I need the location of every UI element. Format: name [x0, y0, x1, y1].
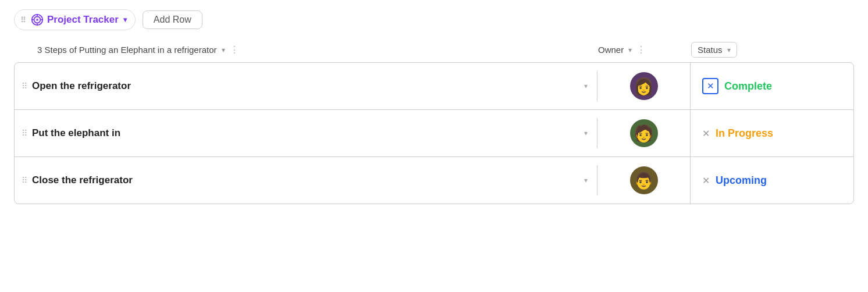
avatar-2: 🧑	[630, 119, 658, 147]
table-row: ⠿ Open the refrigerator ▾ 👩 ✕ Complete	[15, 63, 853, 110]
header-bar: ⠿ Project Tracker ▾ Add Row	[14, 9, 854, 30]
status-clear-icon-3[interactable]: ✕	[702, 175, 710, 186]
status-header-chevron-icon: ▾	[727, 46, 731, 54]
table-row: ⠿ Close the refrigerator ▾ 👨 ✕ Upcoming	[15, 157, 853, 204]
status-cell-3: ✕ Upcoming	[691, 165, 853, 196]
avatar-3: 👨	[630, 166, 658, 194]
task-column-header[interactable]: 3 Steps of Putting an Elephant in a refr…	[14, 44, 598, 55]
task-header-chevron-icon: ▾	[222, 46, 225, 54]
owner-header-dots-icon: ⋮	[636, 44, 646, 55]
tracker-icon	[31, 13, 44, 26]
owner-header-label: Owner	[598, 45, 624, 55]
task-name-2: Put the elephant in	[32, 127, 579, 139]
task-row-chevron-icon-2[interactable]: ▾	[584, 129, 588, 137]
task-row-chevron-icon-1[interactable]: ▾	[584, 82, 588, 90]
owner-cell-2: 🧑	[597, 110, 691, 156]
status-header-label: Status	[698, 45, 723, 55]
row-drag-handle-icon-2[interactable]: ⠿	[22, 129, 27, 138]
status-label-1: Complete	[724, 80, 772, 92]
task-row-chevron-icon-3[interactable]: ▾	[584, 176, 588, 184]
status-cell-2: ✕ In Progress	[691, 118, 853, 149]
row-drag-handle-icon-3[interactable]: ⠿	[22, 176, 27, 185]
status-column-header[interactable]: Status ▾	[691, 42, 854, 58]
owner-cell-1: 👩	[597, 63, 691, 109]
avatar-1: 👩	[630, 72, 658, 100]
row-drag-handle-icon-1[interactable]: ⠿	[22, 81, 27, 91]
status-cell-1: ✕ Complete	[691, 69, 853, 104]
status-header-box[interactable]: Status ▾	[691, 42, 737, 58]
task-header-label: 3 Steps of Putting an Elephant in a refr…	[37, 45, 217, 55]
task-name-3: Close the refrigerator	[32, 175, 579, 186]
column-headers: 3 Steps of Putting an Elephant in a refr…	[14, 42, 854, 62]
status-label-2: In Progress	[716, 127, 773, 140]
drag-handle-icon: ⠿	[20, 16, 26, 24]
table-row: ⠿ Put the elephant in ▾ 🧑 ✕ In Progress	[15, 110, 853, 157]
status-clear-boxed-icon-1[interactable]: ✕	[702, 78, 718, 94]
project-tracker-button[interactable]: ⠿ Project Tracker ▾	[14, 9, 136, 30]
status-label-3: Upcoming	[716, 175, 767, 187]
task-header-dots-icon: ⋮	[230, 44, 239, 55]
owner-column-header[interactable]: Owner ▾ ⋮	[598, 44, 691, 55]
add-row-button[interactable]: Add Row	[143, 10, 202, 29]
add-row-label: Add Row	[154, 15, 191, 24]
task-name-cell-1: ⠿ Open the refrigerator ▾	[15, 71, 597, 101]
task-table: ⠿ Open the refrigerator ▾ 👩 ✕ Complete ⠿…	[14, 62, 854, 204]
status-clear-icon-2[interactable]: ✕	[702, 128, 710, 139]
project-tracker-chevron-icon: ▾	[123, 16, 127, 24]
svg-point-2	[36, 19, 38, 21]
task-name-cell-2: ⠿ Put the elephant in ▾	[15, 118, 597, 148]
owner-header-chevron-icon: ▾	[628, 46, 632, 54]
project-tracker-label: Project Tracker	[47, 14, 119, 26]
task-name-cell-3: ⠿ Close the refrigerator ▾	[15, 165, 597, 195]
task-name-1: Open the refrigerator	[32, 80, 579, 92]
owner-cell-3: 👨	[597, 157, 691, 204]
